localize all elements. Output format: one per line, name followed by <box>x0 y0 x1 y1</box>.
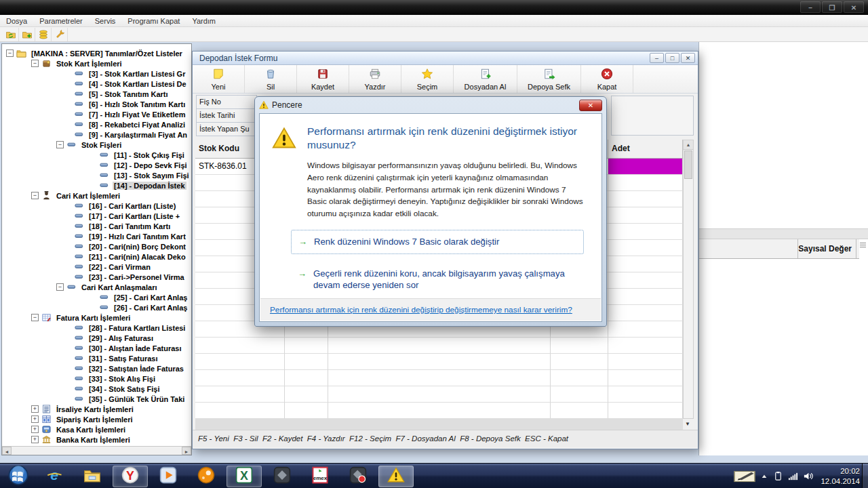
collapse-icon[interactable]: − <box>56 283 64 291</box>
grid-row[interactable] <box>195 338 683 354</box>
tree-item[interactable]: [35] - Günlük Tek Ürün Taki <box>2 394 191 404</box>
database-refresh-icon[interactable] <box>3 28 19 41</box>
tree-item[interactable]: [9] - Karşılaştırmalı Fiyat An <box>2 129 191 140</box>
tree-item[interactable]: +İrsaliye Kartı İşlemleri <box>2 404 191 414</box>
restore-icon[interactable]: ❐ <box>822 1 842 13</box>
action-center-icon[interactable] <box>773 471 783 481</box>
tree-item[interactable]: −Cari Kart Anlaşmaları <box>2 282 191 292</box>
dialog-titlebar[interactable]: Pencere ✕ <box>255 97 606 113</box>
grid-cell[interactable] <box>608 207 683 224</box>
tree-item[interactable]: [6] - Hızlı Stok Tanıtım Kartı <box>2 99 191 109</box>
menu-item[interactable]: Yardım <box>186 15 222 27</box>
taskbar-item-yandex-browser[interactable]: Y <box>113 466 148 487</box>
taskbar-item-emex[interactable]: emex <box>302 466 338 487</box>
tree-item[interactable]: +Sipariş Kartı İşlemleri <box>2 414 191 424</box>
expand-icon[interactable]: + <box>31 436 39 443</box>
splitter-grip-icon[interactable] <box>860 243 866 247</box>
grid-cell[interactable] <box>285 386 328 403</box>
tree-item[interactable]: [33] - Stok Alış Fişi <box>2 373 191 384</box>
taskbar-item-internet-explorer[interactable]: e <box>37 466 72 487</box>
grid-cell[interactable] <box>608 403 683 419</box>
taskbar-item-image-viewer[interactable] <box>264 466 300 487</box>
taskbar-item-windows-explorer[interactable] <box>75 466 110 487</box>
grid-cell[interactable] <box>195 370 285 386</box>
tree-item[interactable]: [26] - Cari Kart Anlaş <box>2 302 191 312</box>
tree-item[interactable]: [16] - Cari Kartları (Liste) <box>2 201 191 211</box>
expand-icon[interactable]: + <box>31 426 39 433</box>
tree-item[interactable]: [5] - Stok Tanıtım Kartı <box>2 89 191 99</box>
selected-cell[interactable] <box>608 159 683 175</box>
tree-item[interactable]: [22] - Cari Virman <box>2 262 191 272</box>
grid-cell[interactable] <box>551 403 608 419</box>
grid-cell[interactable] <box>195 386 285 403</box>
taskbar-item-excel[interactable]: X <box>226 466 262 487</box>
grid-cell[interactable] <box>608 272 683 289</box>
scroll-up-icon[interactable]: ▲ <box>684 140 693 150</box>
tree-item[interactable]: [31] - Satış Faturası <box>2 353 191 363</box>
grid-cell[interactable] <box>608 386 683 403</box>
kapat-button[interactable]: Kapat <box>581 65 633 93</box>
collapse-icon[interactable]: − <box>6 49 14 57</box>
column-header-sayisal-deger[interactable]: Sayısal Değer <box>798 239 856 258</box>
grid-filter-icon[interactable]: ▼ <box>685 421 690 427</box>
grid-cell[interactable] <box>195 338 285 354</box>
grid-cell[interactable] <box>608 256 683 272</box>
coins-icon[interactable] <box>35 28 52 41</box>
form-close-icon[interactable]: ✕ <box>681 53 695 63</box>
tree-item[interactable]: +Banka Kartı İşlemleri <box>2 434 191 445</box>
grid-cell[interactable] <box>608 175 683 191</box>
tree-item[interactable]: [11] - Stok Çıkış Fişi <box>2 150 191 160</box>
expand-icon[interactable]: + <box>31 405 39 413</box>
tree-item[interactable]: [17] - Cari Kartları (Liste + <box>2 211 191 221</box>
form-minimize-icon[interactable]: – <box>650 53 664 63</box>
grid-cell[interactable] <box>328 403 551 419</box>
menu-item[interactable]: Dosya <box>0 15 33 27</box>
tree-item[interactable]: [8] - Rekabetci Fiyat Analizi <box>2 119 191 129</box>
yazd-r-button[interactable]: Yazdır <box>349 65 401 93</box>
tree-item[interactable]: [23] - Cari->Personel Virma <box>2 272 191 282</box>
grid-cell[interactable] <box>608 240 683 256</box>
grid-cell[interactable] <box>608 191 683 207</box>
form-titlebar[interactable]: Depodan İstek Formu – □ ✕ <box>193 52 698 65</box>
grid-cell[interactable] <box>328 370 551 386</box>
grid-cell[interactable] <box>328 354 551 370</box>
grid-cell[interactable] <box>285 403 328 419</box>
grid-row[interactable] <box>195 370 683 386</box>
tree-item[interactable]: [34] - Stok Satış Fişi <box>2 384 191 394</box>
grid-cell[interactable] <box>608 321 683 338</box>
se-im-button[interactable]: Seçim <box>401 65 454 93</box>
tree-item[interactable]: [12] - Depo Sevk Fişi <box>2 160 191 170</box>
scrollbar-thumb[interactable] <box>684 150 692 179</box>
tree-item[interactable]: −Cari Kart İşlemleri <box>2 190 191 201</box>
tree-item[interactable]: [30] - Alıştan İade Faturası <box>2 343 191 353</box>
dosyadan-al-button[interactable]: Dosyadan Al <box>454 65 517 93</box>
tree-item[interactable]: [32] - Satıştan İade Faturas <box>2 363 191 373</box>
grid-cell[interactable] <box>608 354 683 370</box>
tree-item[interactable]: −[MAKINA : SERVER] Tanımlar/Özet Listele… <box>2 48 191 58</box>
grid-vertical-scrollbar[interactable]: ▲ <box>683 140 694 419</box>
tree-item[interactable]: −Stok Kart İşlemleri <box>2 58 191 68</box>
dialog-close-icon[interactable]: ✕ <box>579 100 602 111</box>
network-icon[interactable] <box>788 471 798 481</box>
grid-cell[interactable] <box>608 305 683 321</box>
grid-cell[interactable] <box>328 386 551 403</box>
grid-cell[interactable] <box>285 338 328 354</box>
tree-item[interactable]: −Stok Fişleri <box>2 140 191 150</box>
tree-item[interactable]: [29] - Alış Faturası <box>2 333 191 343</box>
tree-item[interactable]: [19] - Hızlı Cari Tanıtım Kart <box>2 231 191 241</box>
clock[interactable]: 20:02 12.04.2014 <box>821 466 860 486</box>
command-link-option[interactable]: →Renk düzenini Windows 7 Basic olarak de… <box>291 230 584 254</box>
expand-icon[interactable]: + <box>31 415 39 423</box>
tree-item[interactable]: [28] - Fatura Kartları Listesi <box>2 323 191 333</box>
grid-cell[interactable] <box>285 370 328 386</box>
grid-cell[interactable] <box>551 338 608 354</box>
menu-item[interactable]: Parametreler <box>33 15 89 27</box>
grid-cell[interactable] <box>608 224 683 240</box>
taskbar-item-windows-media-player[interactable] <box>151 466 186 487</box>
grid-cell[interactable] <box>608 370 683 386</box>
menu-item[interactable]: Servis <box>89 15 122 27</box>
grid-cell[interactable] <box>195 354 285 370</box>
tree-item[interactable]: [20] - Cari(nin) Borç Dekont <box>2 241 191 251</box>
yeni-button[interactable]: Yeni <box>193 65 245 93</box>
grid-cell[interactable] <box>608 289 683 305</box>
